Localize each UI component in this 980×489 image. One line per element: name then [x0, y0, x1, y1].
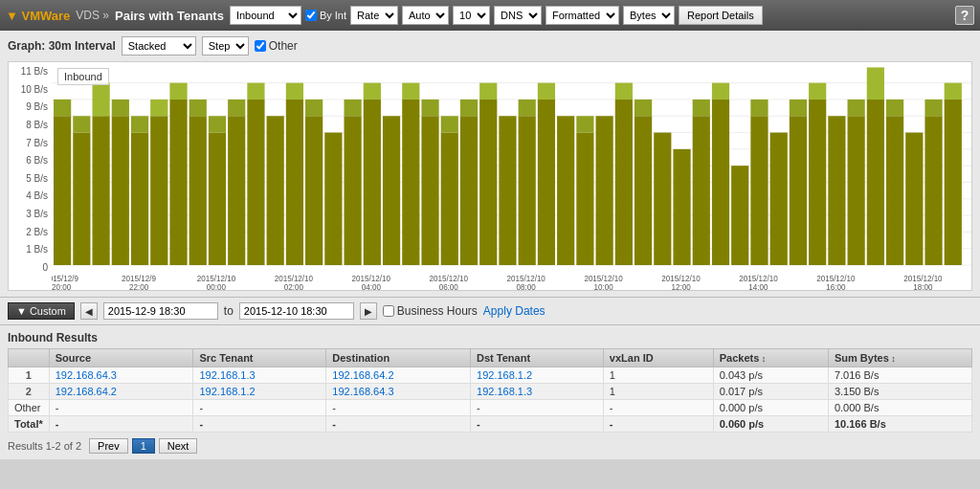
- svg-rect-23: [150, 100, 167, 116]
- prev-date-button[interactable]: ◀: [80, 302, 98, 320]
- svg-rect-45: [402, 100, 419, 265]
- svg-rect-37: [305, 116, 323, 265]
- pagination: Results 1-2 of 2 Prev 1 Next: [8, 438, 972, 454]
- svg-rect-78: [790, 116, 807, 265]
- row1-packets: 0.043 p/s: [713, 367, 828, 384]
- other-row: Other - - - - - 0.000 p/s 0.000 B/s: [9, 400, 972, 416]
- svg-rect-69: [673, 149, 690, 265]
- stacked-select[interactable]: Stacked Unstacked: [122, 36, 196, 56]
- svg-rect-13: [54, 100, 71, 116]
- page-title: Pairs with Tenants: [115, 9, 224, 23]
- value-select[interactable]: 10: [453, 6, 490, 25]
- next-page-button[interactable]: Next: [159, 438, 198, 454]
- other-check-label: Other: [255, 39, 298, 53]
- col-src-tenant[interactable]: Src Tenant: [193, 349, 326, 367]
- svg-text:20:00: 20:00: [52, 282, 72, 290]
- svg-rect-83: [848, 116, 865, 265]
- graph-controls: Graph: 30m Interval Stacked Unstacked St…: [8, 36, 972, 56]
- page-1-button[interactable]: 1: [132, 438, 155, 454]
- to-label: to: [224, 304, 234, 318]
- svg-text:10:00: 10:00: [593, 282, 613, 290]
- row1-vxlan: 1: [603, 367, 713, 384]
- other-packets: 0.000 p/s: [713, 400, 828, 416]
- row2-vxlan: 1: [603, 384, 713, 400]
- svg-rect-55: [499, 116, 516, 265]
- report-details-button[interactable]: Report Details: [679, 6, 763, 25]
- by-int-checkbox[interactable]: [305, 10, 317, 21]
- row1-dst-tenant[interactable]: 192.168.1.2: [471, 367, 604, 384]
- apply-dates-link[interactable]: Apply Dates: [483, 304, 546, 318]
- svg-rect-86: [867, 67, 884, 100]
- other-source: -: [49, 400, 193, 416]
- svg-rect-47: [421, 116, 438, 265]
- graph-label: Graph: 30m Interval: [8, 39, 116, 53]
- direction-select[interactable]: Inbound Outbound: [230, 6, 301, 25]
- custom-button[interactable]: ▼ Custom: [8, 302, 75, 320]
- col-sum-bytes[interactable]: Sum Bytes: [828, 349, 971, 367]
- custom-triangle-icon: ▼: [16, 305, 27, 317]
- row2-source[interactable]: 192.168.64.2: [49, 384, 193, 400]
- svg-rect-89: [905, 133, 923, 265]
- scale-select[interactable]: Auto: [402, 6, 449, 25]
- row1-src-tenant[interactable]: 192.168.1.3: [193, 367, 326, 384]
- svg-rect-48: [421, 100, 438, 116]
- graph-section: Graph: 30m Interval Stacked Unstacked St…: [0, 31, 980, 298]
- svg-rect-66: [635, 116, 652, 265]
- row2-src-tenant[interactable]: 192.168.1.2: [193, 384, 326, 400]
- svg-rect-90: [924, 116, 942, 265]
- svg-rect-75: [750, 116, 768, 265]
- to-date-input[interactable]: [239, 302, 354, 320]
- total-dst-tenant: -: [471, 416, 604, 433]
- svg-rect-14: [73, 133, 90, 265]
- help-button[interactable]: ?: [955, 6, 974, 25]
- col-destination[interactable]: Destination: [326, 349, 471, 367]
- svg-rect-65: [615, 83, 633, 100]
- svg-text:16:00: 16:00: [826, 282, 846, 290]
- row1-destination[interactable]: 192.168.64.2: [326, 367, 471, 384]
- svg-rect-53: [479, 100, 497, 265]
- total-sum-bytes: 10.166 B/s: [828, 416, 971, 433]
- biz-hours-checkbox[interactable]: [383, 305, 394, 317]
- other-checkbox[interactable]: [255, 40, 266, 52]
- from-date-input[interactable]: [103, 302, 218, 320]
- prev-page-button[interactable]: Prev: [89, 438, 128, 454]
- row1-source[interactable]: 192.168.64.3: [49, 367, 193, 384]
- svg-text:02:00: 02:00: [284, 282, 304, 290]
- protocol-select[interactable]: DNS: [494, 6, 542, 25]
- svg-rect-36: [286, 83, 303, 100]
- row2-destination[interactable]: 192.168.64.3: [326, 384, 471, 400]
- svg-rect-71: [693, 100, 710, 116]
- row2-sum-bytes: 3.150 B/s: [828, 384, 971, 400]
- metric-select[interactable]: Rate Total: [350, 6, 398, 25]
- chart-area[interactable]: 2015/12/9 20:00 2015/12/9 22:00 2015/12/…: [52, 62, 971, 290]
- step-select[interactable]: Step Line: [202, 36, 249, 56]
- svg-rect-44: [383, 116, 400, 265]
- svg-rect-40: [344, 116, 361, 265]
- format-select[interactable]: Formatted: [546, 6, 619, 25]
- table-row: 2 192.168.64.2 192.168.1.2 192.168.64.3 …: [9, 384, 972, 400]
- svg-rect-38: [305, 100, 323, 116]
- col-dst-tenant[interactable]: Dst Tenant: [471, 349, 604, 367]
- svg-text:22:00: 22:00: [129, 282, 149, 290]
- col-vxlan[interactable]: vxLan ID: [603, 349, 713, 367]
- svg-rect-85: [867, 100, 884, 265]
- col-packets[interactable]: Packets: [713, 349, 828, 367]
- total-row: Total* - - - - - 0.060 p/s 10.166 B/s: [9, 416, 972, 433]
- row2-dst-tenant[interactable]: 192.168.1.3: [471, 384, 604, 400]
- next-date-button[interactable]: ▶: [360, 302, 377, 320]
- svg-rect-42: [364, 100, 381, 265]
- table-header-row: Source Src Tenant Destination Dst Tenant…: [9, 349, 972, 367]
- svg-rect-21: [131, 116, 148, 132]
- svg-rect-62: [576, 116, 593, 132]
- total-vxlan: -: [603, 416, 713, 433]
- svg-rect-49: [441, 133, 458, 265]
- col-source[interactable]: Source: [49, 349, 193, 367]
- svg-rect-82: [828, 116, 845, 265]
- svg-rect-87: [886, 116, 903, 265]
- svg-rect-35: [286, 100, 303, 265]
- svg-rect-72: [712, 100, 729, 265]
- svg-text:12:00: 12:00: [671, 282, 691, 290]
- results-section: Inbound Results Source Src Tenant Destin…: [0, 325, 980, 459]
- unit-select[interactable]: Bytes: [623, 6, 675, 25]
- svg-rect-17: [92, 83, 109, 117]
